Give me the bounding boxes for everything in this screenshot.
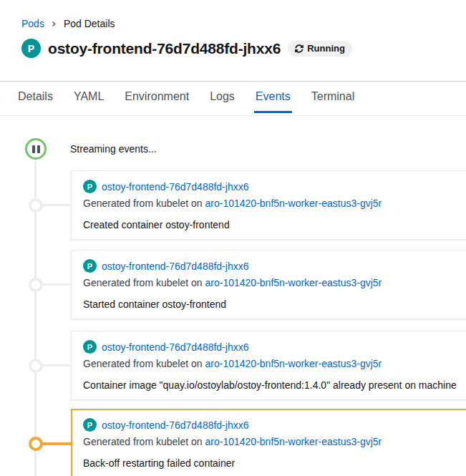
event-message: Created container ostoy-frontend bbox=[83, 219, 464, 230]
event-item: P ostoy-frontend-76d7d488fd-jhxx6 Genera… bbox=[71, 331, 466, 400]
breadcrumb-link-pods[interactable]: Pods bbox=[21, 18, 44, 29]
event-node-link[interactable]: aro-101420-bnf5n-worker-eastus3-gvj5r bbox=[205, 436, 382, 447]
event-node-link[interactable]: aro-101420-bnf5n-worker-eastus3-gvj5r bbox=[205, 277, 382, 288]
timeline-node-icon bbox=[29, 278, 43, 292]
tab-environment[interactable]: Environment bbox=[123, 82, 190, 113]
timeline-node-icon bbox=[29, 437, 43, 451]
event-item: P ostoy-frontend-76d7d488fd-jhxx6 Genera… bbox=[71, 250, 466, 319]
page-title: ostoy-frontend-76d7d488fd-jhxx6 bbox=[48, 40, 281, 57]
event-source-text: Generated from kubelet on bbox=[83, 198, 203, 209]
event-node-link[interactable]: aro-101420-bnf5n-worker-eastus3-gvj5r bbox=[205, 198, 382, 209]
tab-logs[interactable]: Logs bbox=[208, 82, 236, 113]
events-panel: Streaming events... P ostoy-frontend-76d… bbox=[0, 138, 466, 476]
pause-stream-button[interactable] bbox=[25, 138, 47, 160]
title-row: P ostoy-frontend-76d7d488fd-jhxx6 Runnin… bbox=[21, 39, 466, 58]
event-list: P ostoy-frontend-76d7d488fd-jhxx6 Genera… bbox=[71, 170, 466, 476]
tab-details[interactable]: Details bbox=[16, 82, 54, 113]
pod-resource-badge: P bbox=[21, 39, 41, 58]
pod-badge-icon: P bbox=[83, 340, 97, 354]
page-header: Pods Pod Details P ostoy-frontend-76d7d4… bbox=[0, 0, 466, 82]
event-message: Started container ostoy-frontend bbox=[83, 298, 464, 310]
event-source-text: Generated from kubelet on bbox=[83, 358, 203, 369]
event-source-text: Generated from kubelet on bbox=[83, 277, 203, 288]
status-badge: Running bbox=[288, 41, 352, 57]
pod-badge-icon: P bbox=[83, 259, 97, 273]
event-card: P ostoy-frontend-76d7d488fd-jhxx6 Genera… bbox=[71, 331, 466, 400]
event-message: Back-off restarting failed container bbox=[83, 457, 464, 469]
event-pod-link[interactable]: ostoy-frontend-76d7d488fd-jhxx6 bbox=[102, 181, 248, 193]
event-item: P ostoy-frontend-76d7d488fd-jhxx6 Genera… bbox=[71, 170, 466, 240]
event-pod-link[interactable]: ostoy-frontend-76d7d488fd-jhxx6 bbox=[102, 261, 248, 272]
chevron-right-icon bbox=[51, 20, 57, 28]
section-divider bbox=[0, 115, 466, 116]
event-card: P ostoy-frontend-76d7d488fd-jhxx6 Genera… bbox=[71, 250, 466, 319]
event-item-warning: P ostoy-frontend-76d7d488fd-jhxx6 Genera… bbox=[71, 409, 466, 476]
status-label: Running bbox=[307, 43, 345, 54]
event-pod-link[interactable]: ostoy-frontend-76d7d488fd-jhxx6 bbox=[102, 419, 248, 431]
event-source-text: Generated from kubelet on bbox=[83, 436, 203, 447]
sync-icon bbox=[295, 44, 304, 53]
tab-yaml[interactable]: YAML bbox=[72, 82, 105, 113]
event-node-link[interactable]: aro-101420-bnf5n-worker-eastus3-gvj5r bbox=[205, 358, 382, 369]
breadcrumb: Pods Pod Details bbox=[21, 0, 466, 29]
pod-badge-icon: P bbox=[83, 180, 97, 193]
event-card: P ostoy-frontend-76d7d488fd-jhxx6 Genera… bbox=[71, 409, 466, 476]
stream-status-text: Streaming events... bbox=[70, 143, 157, 155]
pause-icon bbox=[37, 145, 40, 153]
pause-icon bbox=[32, 145, 35, 153]
tab-terminal[interactable]: Terminal bbox=[310, 82, 356, 113]
timeline-node-icon bbox=[29, 359, 43, 373]
pod-badge-icon: P bbox=[83, 418, 97, 432]
event-pod-link[interactable]: ostoy-frontend-76d7d488fd-jhxx6 bbox=[102, 341, 248, 353]
event-card: P ostoy-frontend-76d7d488fd-jhxx6 Genera… bbox=[71, 170, 466, 240]
tab-bar: Details YAML Environment Logs Events Ter… bbox=[0, 82, 466, 113]
event-message: Container image "quay.io/ostoylab/ostoy-… bbox=[83, 379, 464, 391]
stream-status-row: Streaming events... bbox=[0, 138, 466, 160]
tab-events[interactable]: Events bbox=[254, 82, 292, 113]
breadcrumb-current: Pod Details bbox=[64, 18, 115, 29]
timeline-node-icon bbox=[29, 198, 43, 213]
